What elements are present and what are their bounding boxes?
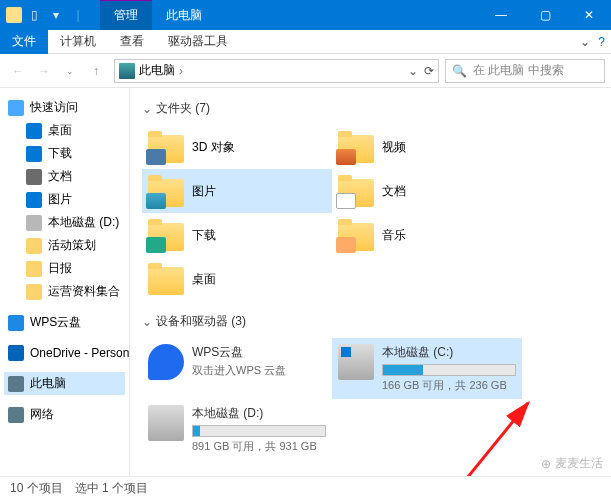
- item-icon: [26, 146, 42, 162]
- context-tab-manage[interactable]: 管理: [100, 0, 152, 30]
- sidebar-item[interactable]: 活动策划: [4, 234, 125, 257]
- sidebar-onedrive[interactable]: OneDrive - Persona: [4, 342, 125, 364]
- minimize-button[interactable]: —: [479, 0, 523, 30]
- sidebar-item[interactable]: 下载: [4, 142, 125, 165]
- folder-item[interactable]: 下载: [142, 213, 332, 257]
- folder-item[interactable]: 音乐: [332, 213, 522, 257]
- sidebar-item[interactable]: 桌面: [4, 119, 125, 142]
- sidebar-quick-access[interactable]: 快速访问: [4, 96, 125, 119]
- dropdown-icon[interactable]: ⌄: [408, 64, 418, 78]
- ribbon-tab-file[interactable]: 文件: [0, 29, 48, 54]
- item-icon: [26, 284, 42, 300]
- folder-icon: [338, 131, 374, 163]
- network-icon: [8, 407, 24, 423]
- sidebar-item[interactable]: 图片: [4, 188, 125, 211]
- sidebar-network[interactable]: 网络: [4, 403, 125, 426]
- address-bar[interactable]: 此电脑 › ⌄ ⟳: [114, 59, 439, 83]
- contextual-tabs: 管理 此电脑: [100, 0, 216, 30]
- item-icon: [26, 238, 42, 254]
- navigation-bar: ← → ⌄ ↑ 此电脑 › ⌄ ⟳ 🔍 在 此电脑 中搜索: [0, 54, 611, 88]
- quick-access-toolbar: ▯ ▾ |: [0, 5, 88, 25]
- content-area: ⌄ 文件夹 (7) 3D 对象视频图片文档下载音乐桌面 ⌄ 设备和驱动器 (3)…: [130, 88, 611, 476]
- item-icon: [26, 192, 42, 208]
- qat-separator: |: [68, 5, 88, 25]
- chevron-down-icon: ⌄: [142, 315, 152, 329]
- breadcrumb-segment[interactable]: 此电脑: [139, 62, 175, 79]
- maximize-button[interactable]: ▢: [523, 0, 567, 30]
- chevron-down-icon: ⌄: [142, 102, 152, 116]
- item-icon: [26, 261, 42, 277]
- ribbon-tab-computer[interactable]: 计算机: [48, 29, 108, 54]
- pc-icon: [8, 376, 24, 392]
- back-button[interactable]: ←: [6, 59, 30, 83]
- item-icon: [26, 123, 42, 139]
- wps-icon: [8, 315, 24, 331]
- forward-button[interactable]: →: [32, 59, 56, 83]
- recent-dropdown-icon[interactable]: ⌄: [58, 59, 82, 83]
- app-icon[interactable]: [6, 7, 22, 23]
- sidebar-item[interactable]: 运营资料集合: [4, 280, 125, 303]
- ribbon-collapse-icon[interactable]: ⌄: [580, 35, 590, 49]
- sidebar-thispc[interactable]: 此电脑: [4, 372, 125, 395]
- star-icon: [8, 100, 24, 116]
- folder-item[interactable]: 视频: [332, 125, 522, 169]
- title-bar: ▯ ▾ | 管理 此电脑 — ▢ ✕: [0, 0, 611, 30]
- sidebar-item[interactable]: 文档: [4, 165, 125, 188]
- qat-btn-2[interactable]: ▾: [46, 5, 66, 25]
- folder-icon: [148, 175, 184, 207]
- drive-icon: [338, 344, 374, 380]
- sidebar-item[interactable]: 本地磁盘 (D:): [4, 211, 125, 234]
- devices-section-header[interactable]: ⌄ 设备和驱动器 (3): [142, 309, 599, 334]
- folders-section-header[interactable]: ⌄ 文件夹 (7): [142, 96, 599, 121]
- device-item[interactable]: 本地磁盘 (C:)166 GB 可用，共 236 GB: [332, 338, 522, 399]
- up-button[interactable]: ↑: [84, 59, 108, 83]
- title-text: 此电脑: [152, 1, 216, 30]
- search-input[interactable]: 🔍 在 此电脑 中搜索: [445, 59, 605, 83]
- item-icon: [26, 169, 42, 185]
- wps-drive-icon: [148, 344, 184, 380]
- folder-icon: [148, 219, 184, 251]
- close-button[interactable]: ✕: [567, 0, 611, 30]
- folder-item[interactable]: 桌面: [142, 257, 332, 301]
- device-item[interactable]: WPS云盘双击进入WPS 云盘: [142, 338, 332, 399]
- watermark-icon: ⊕: [541, 457, 551, 471]
- drive-icon: [148, 405, 184, 441]
- selection-count: 选中 1 个项目: [75, 480, 148, 497]
- window-controls: — ▢ ✕: [479, 0, 611, 30]
- sidebar-wps[interactable]: WPS云盘: [4, 311, 125, 334]
- folder-icon: [338, 175, 374, 207]
- refresh-icon[interactable]: ⟳: [424, 64, 434, 78]
- ribbon-tab-drive-tools[interactable]: 驱动器工具: [156, 29, 240, 54]
- thispc-icon: [119, 63, 135, 79]
- sidebar-item[interactable]: 日报: [4, 257, 125, 280]
- item-count: 10 个项目: [10, 480, 63, 497]
- device-item[interactable]: 本地磁盘 (D:)891 GB 可用，共 931 GB: [142, 399, 332, 460]
- watermark: ⊕ 麦麦生活: [541, 455, 603, 472]
- folder-item[interactable]: 文档: [332, 169, 522, 213]
- onedrive-icon: [8, 345, 24, 361]
- help-icon[interactable]: ?: [598, 35, 605, 49]
- navigation-pane: 快速访问 桌面下载文档图片本地磁盘 (D:)活动策划日报运营资料集合 WPS云盘…: [0, 88, 130, 476]
- search-icon: 🔍: [452, 64, 467, 78]
- status-bar: 10 个项目 选中 1 个项目: [0, 476, 611, 500]
- folder-icon: [338, 219, 374, 251]
- qat-btn-1[interactable]: ▯: [24, 5, 44, 25]
- folder-icon: [148, 263, 184, 295]
- ribbon-tab-view[interactable]: 查看: [108, 29, 156, 54]
- folder-icon: [148, 131, 184, 163]
- folder-item[interactable]: 3D 对象: [142, 125, 332, 169]
- ribbon-tabs: 文件 计算机 查看 驱动器工具 ⌄ ?: [0, 30, 611, 54]
- search-placeholder: 在 此电脑 中搜索: [473, 62, 564, 79]
- folder-item[interactable]: 图片: [142, 169, 332, 213]
- item-icon: [26, 215, 42, 231]
